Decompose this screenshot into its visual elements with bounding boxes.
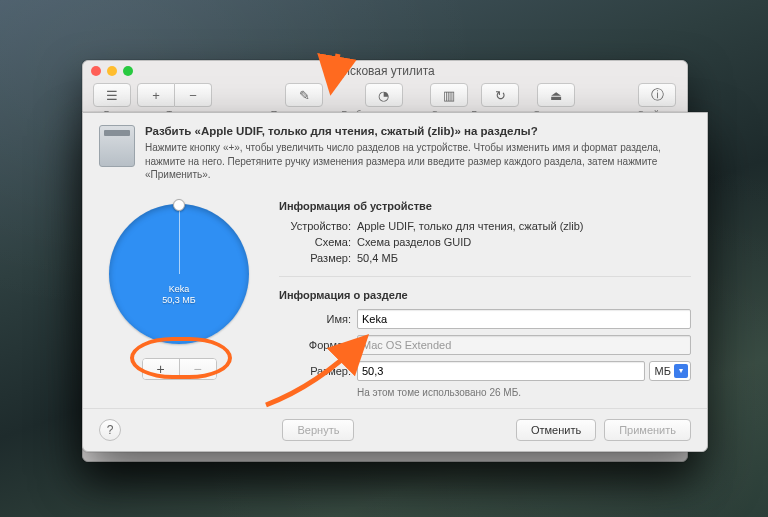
eject-icon: ⏏ (550, 88, 562, 103)
unit-select[interactable]: МБ ▾ (649, 361, 691, 381)
sheet-footer: ? Вернуть Отменить Применить (83, 408, 707, 451)
scheme-value: Схема разделов GUID (357, 236, 471, 248)
add-partition-button[interactable]: + (143, 359, 179, 379)
cancel-button[interactable]: Отменить (516, 419, 596, 441)
format-select[interactable] (357, 335, 691, 355)
first-aid-button[interactable]: ✎ (285, 83, 323, 107)
volume-add-button[interactable]: + (137, 83, 175, 107)
size-label: Размер: (279, 365, 357, 377)
device-label: Устройство: (279, 220, 357, 232)
eject-button[interactable]: ⏏ (537, 83, 575, 107)
name-label: Имя: (279, 313, 357, 325)
pie-icon: ◔ (378, 88, 389, 103)
sheet-description: Нажмите кнопку «+», чтобы увеличить числ… (145, 141, 691, 182)
unit-value: МБ (655, 365, 671, 377)
erase-icon: ▥ (443, 88, 455, 103)
pie-slice-label: Keka 50,3 МБ (109, 284, 249, 307)
titlebar: Дисковая утилита (83, 61, 687, 81)
resize-handle[interactable] (173, 199, 185, 211)
erase-button[interactable]: ▥ (430, 83, 468, 107)
device-value: Apple UDIF, только для чтения, сжатый (z… (357, 220, 584, 232)
usage-hint: На этом томе использовано 26 МБ. (357, 387, 691, 398)
partition-button[interactable]: ◔ (365, 83, 403, 107)
view-button[interactable]: ☰ (93, 83, 131, 107)
restore-icon: ↻ (495, 88, 506, 103)
devsize-value: 50,4 МБ (357, 252, 398, 264)
scheme-label: Схема: (279, 236, 357, 248)
window-title: Дисковая утилита (335, 64, 435, 78)
partition-pie[interactable]: Keka 50,3 МБ (109, 204, 249, 344)
minimize-icon[interactable] (107, 66, 117, 76)
format-label: Формат: (279, 339, 357, 351)
help-button[interactable]: ? (99, 419, 121, 441)
restore-button[interactable]: ↻ (481, 83, 519, 107)
info-button[interactable]: ⓘ (638, 83, 676, 107)
apply-button[interactable]: Применить (604, 419, 691, 441)
sidebar-icon: ☰ (106, 88, 118, 103)
revert-button[interactable]: Вернуть (282, 419, 354, 441)
volume-remove-button[interactable]: − (175, 83, 212, 107)
first-aid-icon: ✎ (299, 88, 310, 103)
name-input[interactable] (357, 309, 691, 329)
remove-partition-button[interactable]: − (179, 359, 216, 379)
device-info-heading: Информация об устройстве (279, 200, 691, 212)
size-input[interactable] (357, 361, 645, 381)
zoom-icon[interactable] (123, 66, 133, 76)
partition-sheet: Разбить «Apple UDIF, только для чтения, … (82, 112, 708, 452)
partition-info-heading: Информация о разделе (279, 289, 691, 301)
sheet-header: Разбить «Apple UDIF, только для чтения, … (99, 125, 691, 182)
info-icon: ⓘ (651, 86, 664, 104)
devsize-label: Размер: (279, 252, 357, 264)
close-icon[interactable] (91, 66, 101, 76)
sheet-title: Разбить «Apple UDIF, только для чтения, … (145, 125, 691, 137)
window-controls (91, 66, 133, 76)
chevron-updown-icon: ▾ (674, 364, 688, 378)
drive-icon (99, 125, 135, 167)
